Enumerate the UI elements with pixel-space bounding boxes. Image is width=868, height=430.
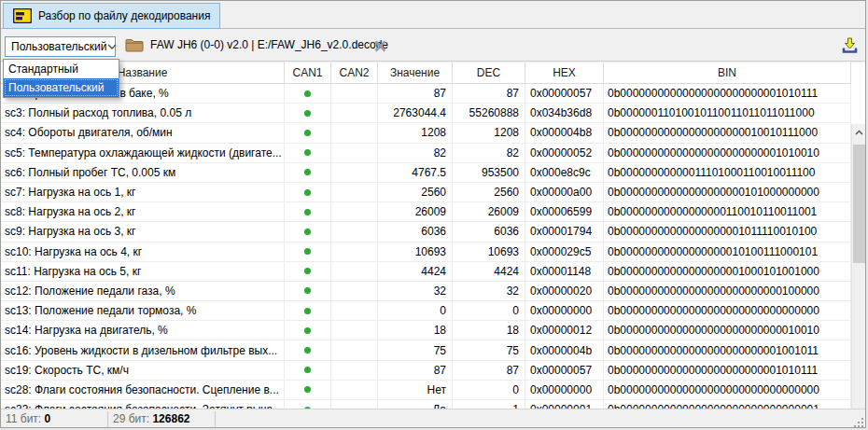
cell-hex: 0x000029c5	[525, 243, 604, 261]
cell-can1	[285, 381, 331, 399]
vertical-scrollbar[interactable]	[851, 124, 865, 428]
cell-bin: 0b00000000000000000010100111000101	[604, 243, 851, 261]
cell-hex: 0x00001794	[525, 222, 604, 241]
cell-dec: 0	[453, 381, 525, 399]
cell-dec: 55260888	[453, 104, 525, 122]
cell-dec: 6036	[453, 222, 525, 241]
cell-bin: 0b00000000000011101000110010011100	[604, 163, 851, 182]
column-header-bin[interactable]: BIN	[604, 62, 851, 83]
dropdown-item-custom[interactable]: Пользовательский	[4, 78, 119, 97]
cell-bin: 0b00000000000000000000000001001011	[604, 340, 851, 359]
can1-active-dot	[304, 386, 311, 393]
cell-hex: 0x000004b8	[525, 123, 604, 142]
cell-dec: 32	[453, 282, 525, 300]
table-row[interactable]: sc4: Обороты двигателя, об/мин120812080x…	[1, 123, 851, 143]
cell-name: sc16: Уровень жидкости в дизельном фильт…	[1, 340, 285, 359]
resize-grip-icon[interactable]	[854, 418, 863, 427]
table-row[interactable]: sc13: Положение педали тормоза, %000x000…	[1, 301, 851, 321]
can1-active-dot	[304, 110, 311, 117]
table-row[interactable]: sc11: Нагрузка на ось 5, кг442444240x000…	[1, 262, 851, 282]
table-row[interactable]: sc5: Температура охлаждающей жидкости (д…	[1, 144, 851, 163]
table-row[interactable]: sc6: Полный пробег ТС, 0.005 км4767.5953…	[1, 163, 851, 183]
table-header: Название CAN1 CAN2 Значение DEC HEX BIN	[1, 62, 851, 84]
cell-can1	[285, 321, 331, 340]
table-row[interactable]: sc14: Нагрузка на двигатель, %18180x0000…	[1, 321, 851, 340]
cell-name: sc28: Флаги состояния безопасности. Сцеп…	[1, 381, 285, 399]
profile-combobox[interactable]: Пользовательский	[5, 36, 116, 57]
cell-can1	[285, 163, 331, 182]
column-header-value[interactable]: Значение	[378, 62, 453, 83]
column-header-dec[interactable]: DEC	[453, 62, 525, 83]
cell-dec: 10693	[453, 243, 525, 261]
column-header-hex[interactable]: HEX	[525, 62, 604, 83]
table-body: sc2: Уровень топлива в баке, %87870x0000…	[1, 84, 851, 409]
cell-can1	[285, 123, 331, 142]
profile-dropdown-popup: Стандартный Пользовательский	[3, 59, 119, 98]
cell-can2	[331, 282, 378, 300]
can1-active-dot	[304, 130, 311, 136]
table-row[interactable]: sc3: Полный расход топлива, 0.05 л276304…	[1, 104, 851, 123]
column-header-can2[interactable]: CAN2	[331, 62, 378, 83]
cell-value: 1208	[378, 123, 453, 142]
cell-value: 26009	[378, 202, 453, 221]
cell-can2	[331, 144, 378, 162]
cell-name: sc19: Скорость ТС, км/ч	[1, 361, 285, 380]
cell-bin: 0b00000000000000000000000001010010	[604, 144, 851, 162]
cell-can1	[285, 202, 331, 221]
table-row[interactable]: sc33: Флаги состояния безопасности. Затя…	[1, 400, 851, 409]
cell-bin: 0b00000011010010110011011011011000	[604, 104, 851, 122]
cell-hex: 0x00000000	[525, 381, 604, 399]
scrollbar-thumb[interactable]	[853, 145, 865, 263]
cell-can2	[331, 361, 378, 380]
table-row[interactable]: sc10: Нагрузка на ось 4, кг10693106930x0…	[1, 243, 851, 262]
cell-name: sc7: Нагрузка на ось 1, кг	[1, 183, 285, 201]
cell-value: 75	[378, 340, 453, 359]
cell-bin: 0b00000000000000000000000000100000	[604, 282, 851, 300]
table-row[interactable]: sc2: Уровень топлива в баке, %87870x0000…	[1, 84, 851, 104]
can1-active-dot	[304, 308, 311, 314]
table-row[interactable]: sc16: Уровень жидкости в дизельном фильт…	[1, 340, 851, 360]
table-row[interactable]: sc7: Нагрузка на ось 1, кг256025600x0000…	[1, 183, 851, 202]
cell-can1	[285, 361, 331, 380]
cell-dec: 26009	[453, 202, 525, 221]
cell-value: 4767.5	[378, 163, 453, 182]
table-row[interactable]: sc8: Нагрузка на ось 2, кг26009260090x00…	[1, 202, 851, 222]
cell-can2	[331, 104, 378, 122]
can1-active-dot	[304, 90, 311, 97]
cell-can2	[331, 163, 378, 182]
table-row[interactable]: sc9: Нагрузка на ось 3, кг603660360x0000…	[1, 222, 851, 242]
export-download-icon[interactable]	[841, 36, 859, 54]
can1-active-dot	[304, 248, 311, 255]
open-folder-icon[interactable]	[125, 38, 144, 52]
tab-decode-file[interactable]: Разбор по файлу декодирования	[3, 3, 220, 29]
cell-dec: 87	[453, 361, 525, 380]
cell-can2	[331, 400, 378, 409]
cell-can1	[285, 301, 331, 320]
cell-can2	[331, 222, 378, 241]
cell-bin: 0b00000000000000000000000001010111	[604, 84, 851, 103]
cell-dec: 18	[453, 321, 525, 340]
dropdown-item-standard[interactable]: Стандартный	[4, 60, 119, 78]
cell-bin: 0b00000000000000000000000000000000	[604, 301, 851, 320]
cell-dec: 1	[453, 400, 525, 409]
cell-value: 82	[378, 144, 453, 162]
profile-combobox-value: Пользовательский	[11, 40, 107, 53]
column-header-can1[interactable]: CAN1	[285, 62, 331, 83]
table-row[interactable]: sc19: Скорость ТС, км/ч87870x000000570b0…	[1, 361, 851, 381]
cell-name: sc14: Нагрузка на двигатель, %	[1, 321, 285, 340]
cell-can1	[285, 400, 331, 409]
cell-bin: 0b00000000000000000000000000000001	[604, 400, 851, 409]
cell-dec: 0	[453, 301, 525, 320]
table-row[interactable]: sc12: Положение педали газа, %32320x0000…	[1, 282, 851, 301]
table-row[interactable]: sc28: Флаги состояния безопасности. Сцеп…	[1, 381, 851, 400]
cell-value: 2560	[378, 183, 453, 201]
cell-can2	[331, 301, 378, 320]
cell-bin: 0b00000000000000000001000101001000	[604, 262, 851, 281]
bits29-value: 126862	[152, 412, 189, 425]
can1-active-dot	[304, 347, 311, 354]
scroll-up-icon[interactable]	[852, 124, 866, 140]
statusbar-separator	[107, 411, 108, 427]
clear-file-icon[interactable]	[373, 39, 387, 53]
cell-can2	[331, 183, 378, 201]
decode-file-label: FAW JH6 (0-0) v2.0 | E:/FAW_JH6_v2.0.dec…	[150, 38, 388, 51]
